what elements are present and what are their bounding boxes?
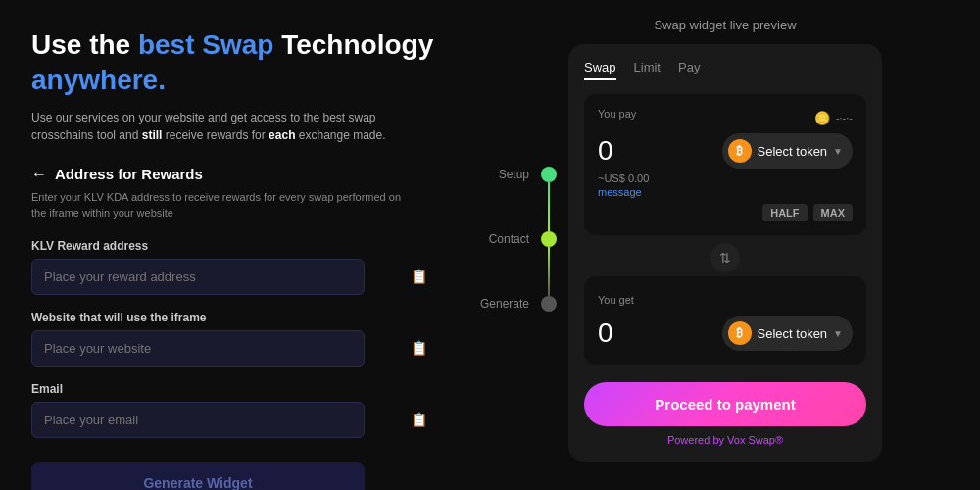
- hero-title-anywhere: anywhere.: [31, 65, 166, 95]
- wallet-dots: -·-·-: [836, 112, 853, 123]
- wallet-icon: 🪙: [814, 111, 830, 125]
- reward-input-wrapper: 📋: [31, 259, 439, 295]
- hero-subtitle: Use our services on your website and get…: [31, 109, 439, 144]
- hero-title-part2: Technology: [273, 29, 433, 60]
- section-title-text: Address for Rewards: [55, 166, 203, 182]
- widget-container: Swap Limit Pay You pay 🪙 -·-·- 0 ₿ Selec…: [568, 44, 882, 462]
- get-amount-row: 0 ₿ Select token ▼: [598, 316, 853, 351]
- pay-usd-value: ~US$ 0.00: [598, 172, 853, 184]
- step-setup-dot: [541, 167, 557, 182]
- powered-by: Powered by Vox Swap®: [584, 434, 866, 446]
- pay-token-label: Select token: [758, 144, 828, 159]
- website-icon: 📋: [411, 340, 427, 356]
- get-token-select[interactable]: ₿ Select token ▼: [722, 316, 853, 351]
- step-generate-label: Generate: [480, 297, 529, 311]
- message-text: message: [598, 186, 853, 198]
- step-line-1: [548, 182, 550, 231]
- website-input-wrapper: 📋: [31, 330, 439, 367]
- pay-token-chevron: ▼: [833, 146, 843, 157]
- section-description: Enter your KLV KDA address to receive re…: [31, 189, 404, 221]
- hero-title: Use the best Swap Technology anywhere.: [31, 27, 439, 99]
- step-setup: Setup: [480, 167, 557, 182]
- calendar-icon: 📋: [411, 269, 427, 284]
- preview-label: Swap widget live preview: [654, 18, 796, 32]
- you-pay-label: You pay: [598, 108, 636, 120]
- hero-title-part1: Use the: [31, 29, 138, 60]
- step-contact: Contact: [480, 231, 557, 247]
- step-generate-dot: [541, 296, 557, 312]
- step-line-2: [548, 247, 550, 296]
- email-input[interactable]: [31, 402, 365, 438]
- pay-token-select[interactable]: ₿ Select token ▼: [722, 133, 853, 169]
- tab-pay[interactable]: Pay: [678, 60, 700, 80]
- get-amount: 0: [598, 318, 613, 349]
- email-icon: 📋: [411, 412, 427, 427]
- step-contact-dot: [541, 231, 557, 247]
- proceed-to-payment-button[interactable]: Proceed to payment: [584, 382, 866, 426]
- hero-title-accent: best Swap: [138, 29, 273, 60]
- website-input[interactable]: [31, 330, 365, 367]
- swap-arrows-icon[interactable]: ⇅: [710, 243, 740, 272]
- step-contact-label: Contact: [480, 232, 529, 246]
- half-button[interactable]: HALF: [762, 204, 807, 221]
- stepper: Setup Contact Generate: [480, 167, 557, 312]
- get-token-label: Select token: [758, 326, 828, 341]
- you-get-label: You get: [598, 294, 634, 306]
- get-token-chevron: ▼: [833, 328, 843, 339]
- reward-address-input[interactable]: [31, 259, 365, 295]
- reward-label: KLV Reward address: [31, 239, 439, 253]
- tab-swap[interactable]: Swap: [584, 60, 616, 80]
- you-get-section: You get 0 ₿ Select token ▼: [584, 276, 866, 365]
- swap-direction-btn[interactable]: ⇅: [584, 243, 866, 272]
- email-input-wrapper: 📋: [31, 402, 439, 438]
- tab-limit[interactable]: Limit: [634, 60, 661, 80]
- section-title-row: ← Address for Rewards: [31, 166, 439, 183]
- pay-amount-row: 0 ₿ Select token ▼: [598, 133, 853, 169]
- max-button[interactable]: MAX: [813, 204, 853, 221]
- left-panel: Use the best Swap Technology anywhere. U…: [0, 0, 470, 490]
- generate-widget-button[interactable]: Generate Widget: [31, 462, 365, 490]
- step-generate: Generate: [480, 296, 557, 312]
- website-label: Website that will use the iframe: [31, 311, 439, 324]
- get-token-icon: ₿: [728, 321, 752, 345]
- widget-tabs: Swap Limit Pay: [584, 60, 866, 80]
- you-pay-section: You pay 🪙 -·-·- 0 ₿ Select token ▼ ~US$ …: [584, 94, 866, 235]
- pay-token-icon: ₿: [728, 139, 752, 163]
- step-setup-label: Setup: [480, 168, 529, 181]
- email-label: Email: [31, 382, 439, 396]
- back-arrow-icon[interactable]: ←: [31, 166, 47, 183]
- half-max-row: HALF MAX: [598, 204, 853, 221]
- pay-amount: 0: [598, 135, 613, 167]
